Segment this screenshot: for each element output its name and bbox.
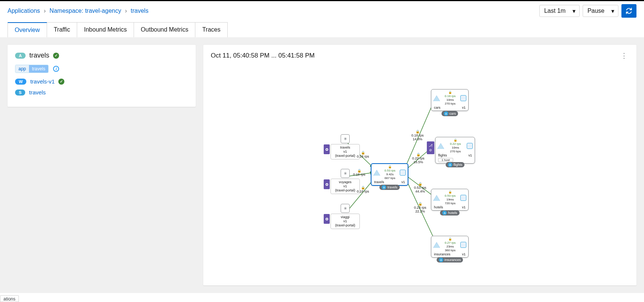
star-icon: ✳	[341, 169, 350, 178]
app-badge: Aflights	[446, 162, 465, 167]
lock-icon: 🔒	[418, 182, 422, 186]
label-chip: app travels	[15, 65, 49, 73]
edge-label: 🔒0.23 rps22.2%	[414, 202, 426, 213]
graph-edges	[211, 64, 629, 278]
lock-icon: 🔒	[448, 237, 452, 241]
service-square-icon	[460, 242, 466, 248]
app-badge: Ainsurances	[437, 257, 463, 263]
caret-down-icon: ▾	[611, 8, 614, 15]
graph-card: Oct 11, 05:40:58 PM ... 05:41:58 PM ⋮	[203, 45, 636, 285]
edge-label: 🔒0.18 rps14.8%	[411, 130, 424, 141]
edge-label: 🔒0.22 rps18.5%	[412, 153, 425, 164]
service-square-icon	[467, 143, 473, 149]
graph-timestamp: Oct 11, 05:40:58 PM ... 05:41:58 PM	[211, 52, 315, 59]
tab-overview[interactable]: Overview	[8, 22, 47, 37]
center-node-travels[interactable]: 🔒0.53 rps9.42s667 bps travelsv1	[371, 163, 408, 186]
service-square-icon	[400, 170, 406, 176]
health-ok-icon	[58, 79, 64, 85]
service-square-icon	[460, 95, 466, 101]
workload-triangle-icon	[433, 242, 440, 248]
service-square-icon	[460, 195, 466, 201]
app-badge: Ahotels	[440, 210, 459, 215]
caret-down-icon: ▾	[572, 8, 575, 15]
workload-triangle-icon	[437, 143, 444, 149]
lock-icon: 🔒	[388, 165, 392, 168]
workload-triangle-icon	[373, 170, 380, 176]
workload-triangle-icon	[433, 195, 440, 201]
tab-traffic[interactable]: Traffic	[47, 22, 78, 37]
source-handle-icon[interactable]	[324, 179, 330, 189]
edge-label: 🔒0.18 rps	[357, 186, 369, 193]
tab-traces[interactable]: Traces	[195, 22, 227, 37]
info-icon[interactable]: i	[53, 66, 59, 72]
chevron-right-icon: ›	[125, 8, 127, 14]
block-icon: ⊘	[429, 148, 432, 152]
virtualservice-sidecar-icon: ⎇⊘	[427, 141, 434, 154]
service-badge-icon: S	[15, 90, 25, 96]
pause-dropdown[interactable]: Pause ▾	[583, 5, 618, 17]
app-title: travels	[29, 52, 49, 59]
workload-triangle-icon	[433, 96, 440, 101]
star-icon: ✳	[341, 134, 350, 143]
topology-graph[interactable]: ✳ travels v1 (travel-portal) ✳ voyages v…	[211, 64, 629, 278]
workload-link[interactable]: travels-v1	[30, 78, 55, 85]
app-badge: Atravels	[379, 185, 400, 190]
source-node-viaggi[interactable]: ✳ viaggi v1 (travel-portal)	[330, 204, 360, 229]
app-badge-icon: A	[15, 53, 26, 59]
health-ok-icon	[53, 53, 59, 59]
chevron-right-icon: ›	[44, 8, 46, 14]
lock-icon: 🔒	[357, 169, 361, 173]
lock-icon: 🔒	[416, 130, 420, 134]
target-node-insurances[interactable]: 🔒0.27 rps23ms360 bps insurancesv1	[431, 236, 469, 258]
source-node-travels[interactable]: ✳ travels v1 (travel-portal)	[330, 134, 360, 159]
service-link[interactable]: travels	[29, 89, 46, 96]
star-icon: ✳	[341, 204, 350, 213]
lock-icon: 🔒	[448, 190, 452, 194]
refresh-button[interactable]	[621, 4, 636, 18]
breadcrumb-namespace[interactable]: Namespace: travel-agency	[50, 8, 121, 14]
lock-icon: 🔒	[361, 186, 365, 190]
kebab-menu-icon[interactable]: ⋮	[619, 50, 629, 61]
overview-card: A travels app travels i W travels-v1 S t…	[8, 45, 196, 107]
tab-outbound-metrics[interactable]: Outbound Metrics	[134, 22, 195, 37]
lock-icon: 🔒	[361, 151, 365, 155]
breadcrumb: Applications › Namespace: travel-agency …	[8, 8, 148, 14]
edge-label: 🔒0.18 rps	[357, 151, 369, 158]
workload-badge-icon: W	[15, 79, 26, 85]
breadcrumb-applications[interactable]: Applications	[8, 8, 40, 14]
refresh-icon	[626, 8, 632, 14]
target-node-flights[interactable]: 🔒0.22 rps10ms270 bps flightsv1 1 host	[435, 137, 475, 164]
tab-inbound-metrics[interactable]: Inbound Metrics	[77, 22, 134, 37]
lock-icon: 🔒	[448, 91, 452, 94]
truncated-tab-stub: ations	[0, 295, 19, 302]
lock-icon: 🔒	[416, 153, 420, 156]
tabs: Overview Traffic Inbound Metrics Outboun…	[0, 22, 644, 37]
breadcrumb-current: travels	[131, 8, 148, 14]
edge-label: 🔒0.18 rps	[353, 169, 365, 176]
edge-label: 🔒0.53 rps44.4%	[414, 182, 426, 193]
source-handle-icon[interactable]	[324, 144, 330, 154]
time-range-dropdown[interactable]: Last 1m ▾	[539, 5, 580, 17]
source-handle-icon[interactable]	[324, 214, 330, 224]
target-node-cars[interactable]: 🔒0.18 rps10ms270 bps carsv1	[431, 89, 469, 111]
app-badge: Acars	[442, 111, 458, 116]
lock-icon: 🔒	[418, 202, 422, 206]
target-node-hotels[interactable]: 🔒0.53 rps19ms720 bps hotelsv1	[431, 189, 469, 211]
lock-icon: 🔒	[454, 138, 457, 142]
